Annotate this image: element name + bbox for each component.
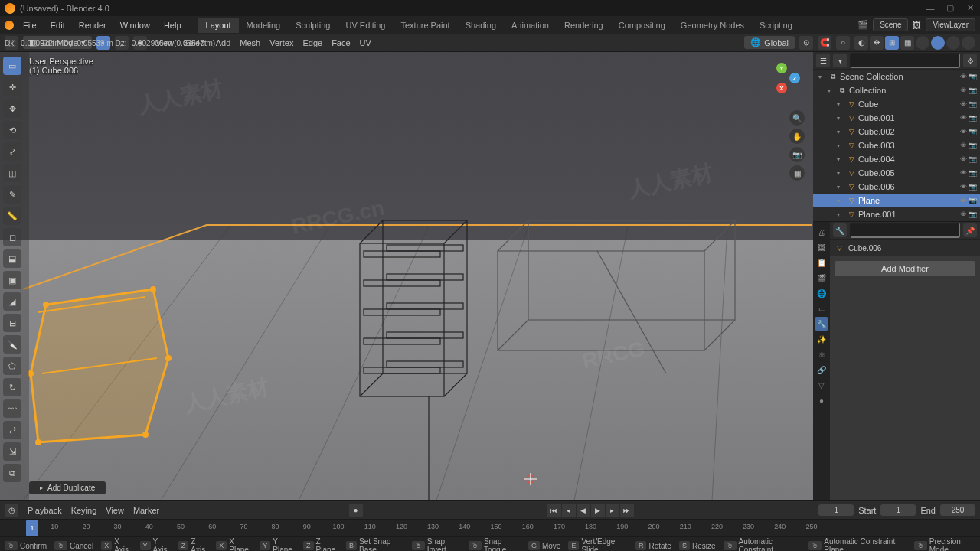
overlays-toggle[interactable]: ⊞ [885,36,899,50]
matprev-shading[interactable] [946,36,960,50]
output-tab[interactable]: 🖼 [815,240,828,254]
scene-tab[interactable]: 🎬 [815,271,828,285]
workspace-tab-shading[interactable]: Shading [458,18,504,33]
material-tab[interactable]: ● [815,393,828,407]
viewport-menu-edge[interactable]: Edge [298,36,327,50]
workspace-tab-texture-paint[interactable]: Texture Paint [393,18,457,33]
workspace-tab-geometry-nodes[interactable]: Geometry Nodes [673,18,752,33]
tree-row[interactable]: ▾▽Cube👁📷 [813,97,980,111]
rotate-tool[interactable]: ⟲ [3,121,21,139]
outliner-filter-icon[interactable]: ▾ [833,54,847,67]
tree-row[interactable]: ▾▽Cube.001👁📷 [813,111,980,125]
menu-window[interactable]: Window [114,18,156,32]
timeline-menu-keying[interactable]: Keying [67,504,102,517]
spin-tool[interactable]: ↻ [3,378,21,396]
inset-tool[interactable]: ▣ [3,271,21,289]
viewport-menu-face[interactable]: Face [327,36,354,50]
viewlayer-dropdown[interactable]: ViewLayer [926,18,975,31]
close-button[interactable]: ✕ [965,3,975,14]
select-box-tool[interactable]: ▭ [3,57,21,75]
workspace-tab-rendering[interactable]: Rendering [557,18,611,33]
tree-row[interactable]: ▾▽Cube.002👁📷 [813,125,980,139]
tree-row[interactable]: ▾▽Plane👁📷 [813,194,980,207]
measure-tool[interactable]: 📏 [3,207,21,225]
constraint-tab[interactable]: 🔗 [815,363,828,377]
orientation-dropdown[interactable]: 🌐 Global [744,36,795,49]
viewlayer-tab[interactable]: 📋 [815,256,828,269]
zoom-gizmo[interactable]: 🔍 [789,110,805,126]
workspace-tab-compositing[interactable]: Compositing [611,18,673,33]
persp-ortho-gizmo[interactable]: ▦ [789,165,805,181]
annotate-tool[interactable]: ✎ [3,185,21,204]
viewport-menu-uv[interactable]: UV [355,36,376,50]
outliner-tree[interactable]: ▾⧉Scene Collection👁📷▾⧉Collection👁📷▾▽Cube… [813,70,980,221]
playhead[interactable]: 1 [26,520,38,536]
add-cube-tool[interactable]: ◻ [3,228,21,246]
object-tab[interactable]: ▭ [815,302,828,315]
edge-slide-tool[interactable]: ⇄ [3,421,21,439]
timeline-menu-view[interactable]: View [101,504,129,517]
tree-row[interactable]: ▾▽Cube.005👁📷 [813,166,980,180]
current-frame-input[interactable]: 1 [818,504,854,516]
orbit-gizmo[interactable]: Y X Z [759,60,805,106]
axis-x-icon[interactable]: X [776,83,787,93]
jump-start-button[interactable]: ⏮ [547,504,561,517]
viewport-3d[interactable]: Dx: -0.000922 m Dy: 0.05539 m Dz: -0.002… [0,52,812,500]
tree-row[interactable]: ▾⧉Scene Collection👁📷 [813,70,980,83]
rendered-shading[interactable] [962,36,975,50]
wireframe-shading[interactable] [916,36,929,50]
move-tool[interactable]: ✥ [3,99,21,118]
modifier-tab[interactable]: 🔧 [815,317,828,331]
mesh-edit-mode-icon[interactable]: ◐ [854,36,868,50]
end-frame-input[interactable]: 250 [940,504,975,516]
render-tab[interactable]: 🖨 [815,225,828,239]
tree-row[interactable]: ▾▽Plane.001👁📷 [813,207,980,221]
axis-y-icon[interactable]: Y [776,63,787,73]
knife-tool[interactable]: 🔪 [3,335,21,354]
play-reverse-button[interactable]: ◀ [577,504,590,517]
solid-shading[interactable] [931,36,945,50]
bevel-tool[interactable]: ◢ [3,292,21,311]
outliner-display-dropdown[interactable]: ☰ [816,54,830,67]
timeline-menu-playback[interactable]: Playback [23,504,67,517]
timeline-menu-marker[interactable]: Marker [129,504,164,517]
menu-help[interactable]: Help [158,18,188,32]
add-modifier-button[interactable]: Add Modifier [835,261,975,276]
camera-gizmo[interactable]: 📷 [789,147,805,162]
workspace-tab-animation[interactable]: Animation [504,18,557,33]
scale-tool[interactable]: ⤢ [3,142,21,161]
snap-toggle[interactable]: 🧲 [818,36,831,50]
filter-button[interactable]: ⚙ [963,54,977,67]
menu-edit[interactable]: Edit [44,18,71,32]
workspace-tab-uv-editing[interactable]: UV Editing [338,18,393,33]
mesh-tab[interactable]: ▽ [815,378,828,392]
proportional-edit-toggle[interactable]: ○ [836,36,850,50]
pin-button[interactable]: 📌 [963,223,977,237]
extrude-tool[interactable]: ⬓ [3,249,21,268]
smooth-tool[interactable]: 〰 [3,399,21,418]
workspace-tab-scripting[interactable]: Scripting [752,18,800,33]
tree-row[interactable]: ▾▽Cube.004👁📷 [813,152,980,166]
physics-tab[interactable]: ⚛ [815,347,828,361]
tree-row[interactable]: ▾▽Cube.006👁📷 [813,180,980,194]
properties-search-input[interactable] [850,223,960,238]
jump-end-button[interactable]: ⏭ [620,504,634,517]
operator-panel[interactable]: Add Duplicate [29,481,106,494]
menu-render[interactable]: Render [73,18,113,32]
keyframe-next-button[interactable]: ▸ [606,504,619,517]
workspace-tab-sculpting[interactable]: Sculpting [288,18,338,33]
minimize-button[interactable]: — [925,3,936,14]
tree-row[interactable]: ▾▽Cube.003👁📷 [813,139,980,152]
xray-toggle[interactable]: ▦ [900,36,914,50]
viewport-menu-vertex[interactable]: Vertex [265,36,298,50]
pan-gizmo[interactable]: ✋ [789,129,805,144]
play-button[interactable]: ▶ [591,504,605,517]
workspace-tab-modeling[interactable]: Modeling [239,18,289,33]
workspace-tab-layout[interactable]: Layout [198,18,239,33]
prop-editor-icon[interactable]: 🔧 [833,223,847,237]
outliner-search-input[interactable] [850,53,960,68]
timeline-ruler[interactable]: 1 10203040506070809010011012013014015016… [0,519,980,536]
keyframe-prev-button[interactable]: ◂ [562,504,576,517]
cursor-tool[interactable]: ✛ [3,78,21,96]
rip-tool[interactable]: ⧉ [3,464,21,482]
